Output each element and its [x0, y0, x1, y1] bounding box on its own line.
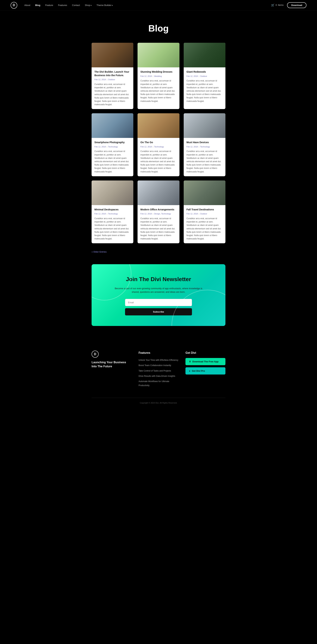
- footer-logo: D: [92, 350, 99, 358]
- blog-card-image: [92, 43, 133, 67]
- blog-card-excerpt: Curabitur arcu erat, accumsan id imperdi…: [186, 79, 223, 103]
- blog-card-excerpt: Curabitur arcu erat, accumsan id imperdi…: [94, 217, 131, 240]
- blog-card-title: Fall Travel Destinations: [186, 208, 223, 212]
- blog-card-category: Technology: [108, 146, 118, 148]
- blog-card-date: Feb 12, 2018: [140, 75, 152, 77]
- footer-feature-link[interactable]: Boost Team Collaboration Instantly: [139, 363, 179, 367]
- blog-card-excerpt: Curabitur arcu erat, accumsan id imperdi…: [186, 217, 223, 240]
- blog-card[interactable]: Giant Redwoods Feb 12, 2018 | Outdoor Cu…: [184, 43, 225, 109]
- footer-feature-link[interactable]: Drive Results with Data-Driven Insights: [139, 374, 179, 378]
- blog-card-category: Technology: [108, 213, 118, 215]
- blog-card-excerpt: Curabitur arcu erat, accumsan id imperdi…: [94, 150, 131, 173]
- blog-card-meta: Feb 12, 2018 | Outdoor: [94, 78, 131, 81]
- blog-card-body: Must Have Devices Feb 12, 2018 | Technol…: [184, 138, 225, 176]
- footer-feature-link[interactable]: Take Control of Tasks and Projects: [139, 369, 179, 372]
- blog-card-body: Minimal Deskspaces Feb 12, 2018 | Techno…: [92, 205, 133, 244]
- nav-shop[interactable]: Shop: [85, 4, 92, 6]
- blog-card-image: [138, 180, 179, 205]
- blog-card-image: [138, 113, 179, 138]
- nav-blog[interactable]: Blog: [35, 4, 40, 6]
- blog-card-title: Must Have Devices: [186, 141, 223, 144]
- blog-card-title: Giant Redwoods: [186, 70, 223, 74]
- newsletter-title: Join The Divi Newsletter: [99, 275, 218, 284]
- blog-card-date: Feb 12, 2018: [94, 78, 106, 80]
- blog-card-meta: Feb 12, 2018 | Technology: [94, 212, 131, 216]
- blog-card-date: Feb 12, 2018: [94, 213, 106, 215]
- blog-card-excerpt: Curabitur arcu erat, accumsan id imperdi…: [140, 217, 176, 240]
- blog-card-title: Modern Office Arrangements: [140, 208, 176, 212]
- newsletter-description: Become a part of our ever-growing commun…: [115, 287, 202, 294]
- blog-card-category: Outdoor: [200, 75, 207, 77]
- blog-card[interactable]: Fall Travel Destinations Feb 12, 2018 | …: [184, 180, 225, 244]
- blog-card-date: Feb 12, 2018: [186, 75, 198, 77]
- blog-card-meta: Feb 12, 2018 | Outdoor: [186, 75, 223, 78]
- nav-about[interactable]: About: [24, 4, 30, 6]
- footer-get-divi-col: Get Divi ⬇ Download The Free App ● Get D…: [185, 350, 225, 387]
- blog-card[interactable]: Smartphone Photography Feb 12, 2018 | Te…: [92, 113, 133, 176]
- newsletter-subscribe-button[interactable]: Subscribe: [125, 308, 192, 316]
- blog-card[interactable]: Modern Office Arrangements Feb 12, 2018 …: [138, 180, 179, 244]
- blog-card-body: Stunning Wedding Dresses Feb 12, 2018 | …: [138, 67, 179, 106]
- blog-card-date: Feb 12, 2018: [140, 213, 152, 215]
- blog-grid: The Divi Builder. Launch Your Business I…: [92, 43, 225, 243]
- blog-card-meta: Feb 12, 2018 | Outdoor: [186, 212, 223, 216]
- footer-tagline: Launching Your Business Into The Future: [92, 360, 132, 368]
- footer-get-divi-title: Get Divi: [185, 350, 225, 355]
- blog-card-title: Smartphone Photography: [94, 141, 131, 144]
- footer-get-divi-pro-button[interactable]: ● Get Divi Pro: [185, 367, 225, 374]
- older-entries-link[interactable]: « Older Entries: [92, 248, 225, 264]
- blog-card-category: Wedding: [154, 75, 162, 77]
- newsletter-email-input[interactable]: [125, 299, 192, 306]
- nav-feature[interactable]: Feature: [45, 4, 53, 6]
- footer: D Launching Your Business Into The Futur…: [88, 340, 229, 412]
- footer-feature-link[interactable]: Automate Workflows for Ultimate Producti…: [139, 379, 179, 387]
- blog-card-image: [138, 43, 179, 67]
- newsletter-section: Join The Divi Newsletter Become a part o…: [88, 264, 229, 326]
- blog-card-image: [184, 180, 225, 205]
- nav-features[interactable]: Features: [58, 4, 67, 6]
- blog-card-title: On The Go: [140, 141, 176, 144]
- nav-download-button[interactable]: Download: [287, 2, 306, 8]
- blog-section: The Divi Builder. Launch Your Business I…: [88, 43, 229, 264]
- blog-card-meta: Feb 12, 2018 | Wedding: [140, 75, 176, 78]
- blog-card-title: Stunning Wedding Dresses: [140, 70, 176, 74]
- blog-card[interactable]: Stunning Wedding Dresses Feb 12, 2018 | …: [138, 43, 179, 109]
- blog-card-body: Fall Travel Destinations Feb 12, 2018 | …: [184, 205, 225, 244]
- footer-feature-link[interactable]: Unlock Your Time with Effortless Efficie…: [139, 358, 179, 362]
- blog-card[interactable]: Must Have Devices Feb 12, 2018 | Technol…: [184, 113, 225, 176]
- footer-download-free-button[interactable]: ⬇ Download The Free App: [185, 358, 225, 365]
- blog-card-date: Feb 12, 2018: [94, 146, 106, 148]
- blog-card-date: Feb 12, 2018: [140, 146, 152, 148]
- cart-icon: 🛒: [271, 3, 274, 8]
- blog-card-image: [92, 113, 133, 138]
- blog-card-excerpt: Curabitur arcu erat, accumsan id imperdi…: [140, 150, 176, 173]
- footer-features-col: Features Unlock Your Time with Effortles…: [139, 350, 179, 387]
- newsletter-form: Subscribe: [125, 299, 192, 316]
- blog-card-category: Outdoor: [200, 213, 207, 215]
- blog-card-excerpt: Curabitur arcu erat, accumsan id imperdi…: [140, 79, 176, 103]
- blog-card-category: Design, Technology: [154, 213, 171, 215]
- blog-card-body: Giant Redwoods Feb 12, 2018 | Outdoor Cu…: [184, 67, 225, 106]
- blog-card[interactable]: The Divi Builder. Launch Your Business I…: [92, 43, 133, 109]
- download-icon: ⬇: [189, 360, 191, 363]
- blog-card-excerpt: Curabitur arcu erat, accumsan id imperdi…: [186, 150, 223, 173]
- footer-buttons: ⬇ Download The Free App ● Get Divi Pro: [185, 358, 225, 374]
- blog-card-meta: Feb 12, 2018 | Technology: [186, 145, 223, 148]
- blog-card-meta: Feb 12, 2018 | Design, Technology: [140, 212, 176, 216]
- page-title: Blog: [0, 10, 317, 43]
- nav-contact[interactable]: Contact: [72, 4, 80, 6]
- cart-items-label: Items: [278, 3, 283, 7]
- nav-logo[interactable]: D: [11, 2, 17, 8]
- nav-cart[interactable]: 🛒 0 Items: [271, 3, 283, 8]
- newsletter-box: Join The Divi Newsletter Become a part o…: [92, 264, 225, 326]
- footer-features-links: Unlock Your Time with Effortless Efficie…: [139, 358, 179, 387]
- blog-card-body: Modern Office Arrangements Feb 12, 2018 …: [138, 205, 179, 244]
- blog-card[interactable]: Minimal Deskspaces Feb 12, 2018 | Techno…: [92, 180, 133, 244]
- nav-theme-builder[interactable]: Theme Builder: [97, 4, 113, 6]
- cart-count: 0: [276, 3, 277, 7]
- blog-card-image: [184, 43, 225, 67]
- footer-features-title: Features: [139, 350, 179, 355]
- blog-card[interactable]: On The Go Feb 12, 2018 | Technology Cura…: [138, 113, 179, 176]
- blog-card-meta: Feb 12, 2018 | Technology: [140, 145, 176, 148]
- divi-icon: ●: [189, 370, 190, 372]
